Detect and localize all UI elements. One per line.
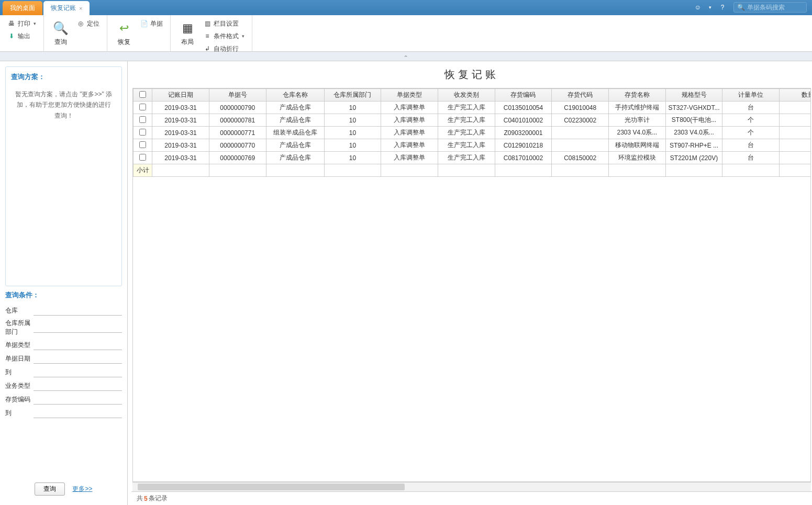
horizontal-scrollbar[interactable] [132, 482, 811, 491]
cell-qty [780, 127, 811, 139]
cell-bill: 入库调整单 [381, 102, 438, 114]
row-checkbox[interactable] [139, 116, 146, 123]
col-bill[interactable]: 单据类型 [381, 89, 438, 102]
row-checkbox[interactable] [139, 129, 146, 136]
cell-dept: 10 [324, 102, 381, 114]
cell-inout: 生产完工入库 [438, 102, 495, 114]
query-plan-empty: 暂无查询方案，请点击 "更多>>" 添加，有助于您更加方便快捷的进行查询！ [11, 87, 116, 123]
cell-wh: 产成品仓库 [266, 102, 324, 114]
subtotal-label: 小计 [134, 164, 152, 177]
col-spec[interactable]: 规格型号 [665, 89, 722, 102]
voucher-button[interactable]: 📄 单据 [137, 18, 166, 29]
query-button[interactable]: 🔍 查询 [48, 18, 73, 49]
cell-inv: C0135010054 [495, 102, 552, 114]
col-date[interactable]: 记账日期 [152, 89, 209, 102]
field-biztype-input[interactable] [34, 380, 122, 391]
col-uom[interactable]: 计量单位 [722, 89, 780, 102]
field-warehouse-label: 仓库 [5, 306, 34, 315]
layout-button[interactable]: ▦ 布局 [175, 18, 200, 49]
tab-desktop[interactable]: 我的桌面 [3, 1, 42, 15]
select-all-checkbox[interactable] [139, 91, 146, 98]
cell-uom: 台 [722, 102, 780, 114]
table-row[interactable]: 2019-03-310000000790产成品仓库10入库调整单生产完工入库C0… [134, 102, 811, 114]
field-billdate-input[interactable] [34, 353, 122, 364]
locate-button[interactable]: ◎ 定位 [73, 18, 103, 29]
header-checkbox-cell[interactable] [134, 89, 152, 102]
field-warehouse-input[interactable] [34, 305, 122, 316]
cell-doc: 0000000781 [209, 114, 266, 127]
magnifier-icon: 🔍 [52, 20, 69, 36]
row-checkbox[interactable] [139, 154, 146, 161]
field-invcode-input[interactable] [34, 394, 122, 405]
row-checkbox[interactable] [139, 141, 146, 148]
chevron-down-icon: ▾ [242, 33, 244, 39]
cell-doc: 0000000770 [209, 139, 266, 152]
field-to2-input[interactable] [34, 408, 122, 418]
table-row[interactable]: 2019-03-310000000770产成品仓库10入库调整单生产完工入库C0… [134, 139, 811, 152]
cell-name: 2303 V4.0系... [609, 127, 666, 139]
cell-dept: 10 [324, 127, 381, 139]
cell-spec: ST2201M (220V) [665, 152, 722, 164]
toolbar-collapse[interactable]: ‹ [0, 52, 812, 61]
tab-restore[interactable]: 恢复记账 × [43, 1, 90, 15]
table-row[interactable]: 2019-03-310000000769产成品仓库10入库调整单生产完工入库C0… [134, 152, 811, 164]
field-to2-label: 到 [5, 409, 34, 418]
cell-code: C19010048 [552, 102, 609, 114]
cell-code [552, 127, 609, 139]
btn-label: 打印 [18, 19, 30, 28]
field-to1-input[interactable] [34, 367, 122, 377]
auto-wrap-button[interactable]: ↲ 自动折行 [200, 43, 248, 54]
scrollbar-thumb[interactable] [138, 484, 405, 490]
cell-wh: 产成品仓库 [266, 152, 324, 164]
search-icon: 🔍 [737, 4, 745, 11]
cell-qty [780, 102, 811, 114]
col-qty[interactable]: 数量 [780, 89, 811, 102]
cell-inv: C0401010002 [495, 114, 552, 127]
col-doc[interactable]: 单据号 [209, 89, 266, 102]
more-link[interactable]: 更多>> [72, 485, 92, 493]
restore-button[interactable]: ↩ 恢复 [112, 18, 137, 49]
cell-spec: 2303 V4.0系... [665, 127, 722, 139]
tab-right-tools: ☺ ▾ ? 🔍 [693, 2, 807, 13]
btn-label: 栏目设置 [214, 19, 239, 28]
query-submit-button[interactable]: 查询 [35, 482, 65, 496]
header-row: 记账日期 单据号 仓库名称 仓库所属部门 单据类型 收发类别 存货编码 存货代码… [134, 89, 811, 102]
row-checkbox[interactable] [139, 104, 146, 110]
col-inv[interactable]: 存货编码 [495, 89, 552, 102]
column-setting-button[interactable]: ▥ 栏目设置 [200, 18, 248, 29]
field-dept-input[interactable] [34, 322, 122, 333]
printer-icon: 🖶 [7, 19, 16, 28]
field-billtype-input[interactable] [34, 340, 122, 350]
user-icon[interactable]: ☺ [693, 3, 703, 12]
cell-wh: 组装半成品仓库 [266, 127, 324, 139]
print-button[interactable]: 🖶 打印 ▾ [4, 18, 39, 29]
table-row[interactable]: 2019-03-310000000771组装半成品仓库10入库调整单生产完工入库… [134, 127, 811, 139]
cell-qty [780, 152, 811, 164]
grid-wrap[interactable]: 记账日期 单据号 仓库名称 仓库所属部门 单据类型 收发类别 存货编码 存货代码… [132, 88, 811, 482]
col-code[interactable]: 存货代码 [552, 89, 609, 102]
cell-uom: 个 [722, 127, 780, 139]
cell-uom: 台 [722, 152, 780, 164]
subtotal-row: 小计 [134, 164, 811, 177]
btn-label: 条件格式 [214, 32, 239, 41]
help-icon[interactable]: ? [718, 3, 727, 12]
cell-wh: 产成品仓库 [266, 139, 324, 152]
output-button[interactable]: ⬇ 输出 [4, 30, 39, 42]
cell-date: 2019-03-31 [152, 127, 209, 139]
barcode-search-input[interactable] [747, 4, 799, 11]
chevron-down-icon[interactable]: ▾ [709, 5, 711, 10]
cell-date: 2019-03-31 [152, 152, 209, 164]
col-name[interactable]: 存货名称 [609, 89, 666, 102]
cell-doc: 0000000771 [209, 127, 266, 139]
col-dept[interactable]: 仓库所属部门 [324, 89, 381, 102]
barcode-search[interactable]: 🔍 [733, 2, 807, 13]
tab-bar: 我的桌面 恢复记账 × ☺ ▾ ? 🔍 [0, 0, 812, 15]
table-row[interactable]: 2019-03-310000000781产成品仓库10入库调整单生产完工入库C0… [134, 114, 811, 127]
cond-format-button[interactable]: ≡ 条件格式 ▾ [200, 30, 248, 42]
col-inout[interactable]: 收发类别 [438, 89, 495, 102]
target-icon: ◎ [76, 19, 85, 28]
col-wh[interactable]: 仓库名称 [266, 89, 324, 102]
close-icon[interactable]: × [79, 5, 82, 12]
splitter[interactable] [128, 61, 131, 505]
cell-name: 光功率计 [609, 114, 666, 127]
